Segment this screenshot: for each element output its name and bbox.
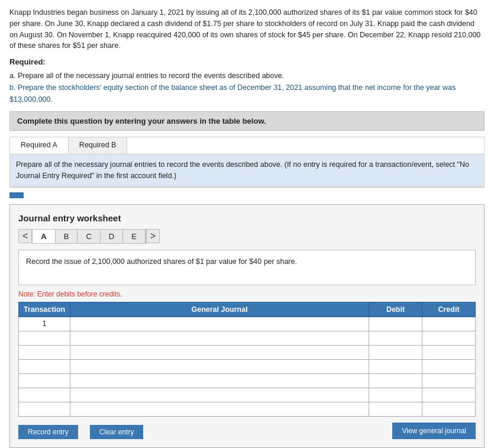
next-arrow[interactable]: > — [146, 229, 160, 243]
ws-tab-c[interactable]: C — [78, 230, 100, 243]
transaction-number-cell: 1 — [19, 317, 70, 331]
worksheet-container: Journal entry worksheet < A B C D E > Re… — [9, 204, 485, 448]
req-a-letter: a. — [9, 72, 18, 80]
debit-cell[interactable] — [369, 402, 422, 416]
col-header-transaction: Transaction — [19, 302, 70, 317]
tab-required-a[interactable]: Required A — [10, 137, 69, 154]
general-journal-cell[interactable] — [70, 345, 369, 359]
debit-input[interactable] — [369, 388, 422, 402]
required-label: Required: — [9, 57, 485, 66]
debit-cell[interactable] — [369, 388, 422, 402]
debit-cell[interactable] — [369, 317, 422, 331]
ws-tab-b[interactable]: B — [56, 230, 78, 243]
action-buttons-wrapper: Record entry Clear entry View general jo… — [18, 423, 476, 439]
debit-cell[interactable] — [369, 331, 422, 345]
instruction-text: Complete this question by entering your … — [17, 117, 266, 125]
ws-tab-e[interactable]: E — [123, 230, 146, 243]
note-text: Note: Enter debits before credits. — [18, 290, 476, 298]
ws-tab-a[interactable]: A — [33, 230, 55, 243]
required-item-a: a. Prepare all of the necessary journal … — [9, 70, 485, 82]
req-b-letter: b. — [9, 83, 18, 92]
req-b-text: Prepare the stockholders' equity section… — [9, 83, 456, 104]
general-journal-cell[interactable] — [70, 402, 369, 416]
credit-cell[interactable] — [422, 331, 476, 345]
table-row: 1 — [19, 317, 476, 331]
tab-required-b[interactable]: Required B — [69, 137, 128, 154]
action-buttons-left: Record entry Clear entry — [18, 425, 143, 439]
debit-input[interactable] — [369, 360, 422, 373]
table-row — [19, 402, 476, 416]
credit-cell[interactable] — [422, 402, 476, 416]
transaction-number-cell — [19, 373, 70, 388]
transaction-number-cell — [19, 359, 70, 373]
credit-cell[interactable] — [422, 388, 476, 402]
required-items: a. Prepare all of the necessary journal … — [9, 70, 485, 105]
view-general-journal-button[interactable]: View general journal — [392, 423, 476, 439]
credit-cell[interactable] — [422, 359, 476, 373]
record-entry-button[interactable]: Record entry — [18, 425, 78, 439]
ws-tab-d[interactable]: D — [101, 230, 123, 243]
debit-cell[interactable] — [369, 359, 422, 373]
general-journal-input[interactable] — [70, 374, 369, 388]
problem-description: Knapp Industries began business on Janua… — [9, 7, 485, 51]
transaction-number-cell — [19, 345, 70, 359]
general-journal-input[interactable] — [70, 317, 369, 331]
worksheet-tabs: A B C D E — [32, 229, 146, 244]
table-row — [19, 331, 476, 345]
general-journal-cell[interactable] — [70, 331, 369, 345]
general-journal-input[interactable] — [70, 346, 369, 359]
debit-input[interactable] — [369, 374, 422, 388]
credit-cell[interactable] — [422, 373, 476, 388]
col-header-debit: Debit — [369, 302, 422, 317]
view-transaction-list-button[interactable] — [9, 192, 24, 198]
table-row — [19, 373, 476, 388]
debit-input[interactable] — [369, 402, 422, 416]
tab-instruction-text: Prepare all of the necessary journal ent… — [10, 154, 484, 187]
general-journal-input[interactable] — [70, 360, 369, 373]
worksheet-tab-nav: < A B C D E > — [18, 229, 476, 244]
col-header-general-journal: General Journal — [70, 302, 369, 317]
transaction-number-cell — [19, 331, 70, 345]
debit-cell[interactable] — [369, 345, 422, 359]
credit-input[interactable] — [422, 331, 475, 345]
journal-table: Transaction General Journal Debit Credit… — [18, 302, 476, 417]
table-row — [19, 359, 476, 373]
general-journal-input[interactable] — [70, 388, 369, 402]
table-row — [19, 345, 476, 359]
credit-cell[interactable] — [422, 317, 476, 331]
worksheet-title: Journal entry worksheet — [18, 213, 476, 223]
req-a-text: Prepare all of the necessary journal ent… — [18, 72, 284, 80]
tabs-container: Required A Required B Prepare all of the… — [9, 137, 485, 188]
debit-input[interactable] — [369, 317, 422, 331]
credit-input[interactable] — [422, 402, 475, 416]
credit-input[interactable] — [422, 388, 475, 402]
general-journal-input[interactable] — [70, 402, 369, 416]
prev-arrow[interactable]: < — [18, 229, 32, 243]
credit-input[interactable] — [422, 317, 475, 331]
general-journal-cell[interactable] — [70, 317, 369, 331]
table-row — [19, 388, 476, 402]
transaction-number-cell — [19, 388, 70, 402]
clear-entry-button[interactable]: Clear entry — [90, 425, 144, 439]
tabs-row: Required A Required B — [10, 137, 484, 154]
credit-input[interactable] — [422, 374, 475, 388]
debit-input[interactable] — [369, 346, 422, 359]
general-journal-input[interactable] — [70, 331, 369, 345]
general-journal-cell[interactable] — [70, 359, 369, 373]
general-journal-cell[interactable] — [70, 388, 369, 402]
credit-input[interactable] — [422, 346, 475, 359]
debit-cell[interactable] — [369, 373, 422, 388]
col-header-credit: Credit — [422, 302, 476, 317]
debit-input[interactable] — [369, 331, 422, 345]
required-item-b: b. Prepare the stockholders' equity sect… — [9, 82, 485, 105]
transaction-description: Record the issue of 2,100,000 authorized… — [18, 250, 476, 285]
transaction-number-cell — [19, 402, 70, 416]
credit-input[interactable] — [422, 360, 475, 373]
credit-cell[interactable] — [422, 345, 476, 359]
instruction-box: Complete this question by entering your … — [9, 111, 485, 131]
general-journal-cell[interactable] — [70, 373, 369, 388]
